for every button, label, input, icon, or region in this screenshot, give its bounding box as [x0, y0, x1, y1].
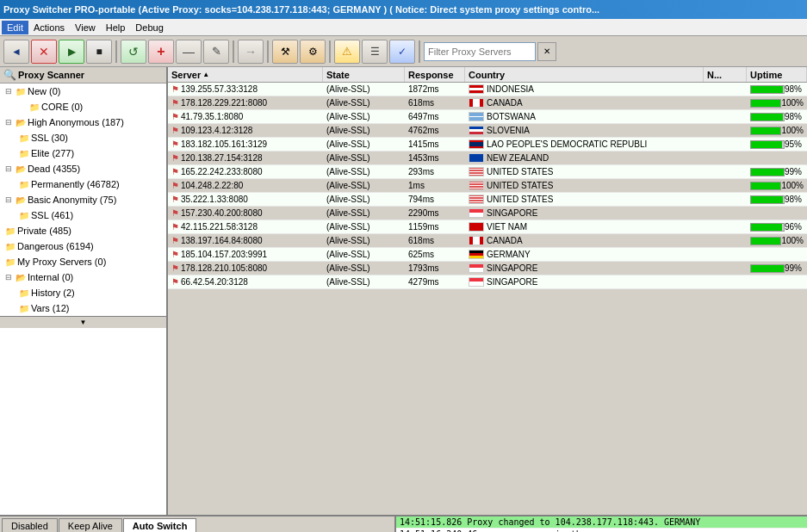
flag-icon [469, 139, 484, 149]
cell-response: 4279ms [405, 277, 465, 287]
filter-clear-btn[interactable]: ✕ [537, 42, 556, 61]
cell-server: ⚑ 139.255.57.33:3128 [168, 84, 323, 94]
tree-label-dang: Dangerous (6194) [17, 241, 165, 251]
table-row[interactable]: ⚑ 178.128.229.221:8080 (Alive-SSL) 618ms… [168, 96, 807, 110]
tree-item-internal[interactable]: ⊟ 📂 Internal (0) [0, 269, 166, 285]
tree-item-myproxy[interactable]: 📁 My Proxy Servers (0) [0, 254, 166, 269]
cell-response: 1453ms [405, 153, 465, 163]
cell-country: UNITED STATES [465, 167, 704, 176]
cell-country: VIET NAM [465, 222, 704, 232]
cell-response: 1415ms [405, 139, 465, 149]
menu-edit[interactable]: Edit [2, 21, 28, 34]
tree-item-elite[interactable]: 📁 Elite (277) [0, 145, 166, 161]
tree-scroll-down[interactable]: ▼ [0, 316, 166, 328]
tree-item-basic[interactable]: ⊟ 📂 Basic Anonymity (75) [0, 192, 166, 207]
cell-response: 618ms [405, 98, 465, 108]
toolbar-refresh-btn[interactable]: ↺ [121, 40, 146, 64]
cell-uptime: 100% [747, 126, 807, 135]
tab-disabled[interactable]: Disabled [2, 518, 58, 532]
tree-item-dead[interactable]: ⊟ 📂 Dead (4355) [0, 161, 166, 176]
table-row[interactable]: ⚑ 41.79.35.1:8080 (Alive-SSL) 6497ms BOT… [168, 110, 807, 124]
toolbar-back-btn[interactable]: ◄ [3, 40, 29, 64]
server-icon: ⚑ [171, 126, 179, 135]
refresh-icon: ↺ [128, 45, 139, 59]
folder-perm-icon: 📁 [17, 177, 31, 191]
upload-icon: → [245, 45, 257, 59]
folder-ssl2-icon: 📁 [17, 208, 31, 222]
expand-high: ⊟ [3, 118, 14, 127]
title-bar: Proxy Switcher PRO-portable (Active Prox… [0, 0, 807, 19]
table-row[interactable]: ⚑ 183.182.105.161:3129 (Alive-SSL) 1415m… [168, 138, 807, 152]
toolbar-tools1-btn[interactable]: ⚒ [272, 40, 298, 64]
toolbar-warning-btn[interactable]: ⚠ [334, 40, 360, 64]
tree-item-high-anon[interactable]: ⊟ 📂 High Anonymous (187) [0, 114, 166, 130]
cell-country: SINGAPORE [465, 263, 704, 273]
expand-internal: ⊟ [3, 273, 14, 281]
toolbar-play-btn[interactable]: ▶ [59, 40, 84, 64]
header-country[interactable]: Country [465, 67, 704, 82]
table-row[interactable]: ⚑ 138.197.164.84:8080 (Alive-SSL) 618ms … [168, 234, 807, 248]
tab-auto-switch[interactable]: Auto Switch [123, 518, 197, 532]
tab-keep-alive[interactable]: Keep Alive [59, 518, 122, 532]
title-text: Proxy Switcher PRO-portable (Active Prox… [3, 4, 599, 15]
toolbar-minus-btn[interactable]: — [176, 40, 202, 64]
toolbar-edit-btn[interactable]: ✎ [203, 40, 229, 64]
tree-item-ssl2[interactable]: 📁 SSL (461) [0, 207, 166, 223]
toolbar-upload-btn[interactable]: → [238, 40, 264, 64]
bottom-left: Disabled Keep Alive Auto Switch Auto Swi… [0, 517, 396, 532]
header-server[interactable]: Server▲ [168, 67, 323, 82]
cell-state: (Alive-SSL) [323, 277, 405, 287]
sep3 [267, 40, 269, 63]
tree-item-history[interactable]: 📁 History (2) [0, 285, 166, 300]
table-row[interactable]: ⚑ 35.222.1.33:8080 (Alive-SSL) 794ms UNI… [168, 193, 807, 207]
table-row[interactable]: ⚑ 109.123.4.12:3128 (Alive-SSL) 4762ms S… [168, 124, 807, 138]
menu-view[interactable]: View [70, 21, 101, 34]
tree-item-ssl[interactable]: 📁 SSL (30) [0, 130, 166, 145]
tree-item-core[interactable]: 📁 CORE (0) [0, 99, 166, 114]
cell-country: BOTSWANA [465, 112, 704, 121]
table-row[interactable]: ⚑ 185.104.157.203:9991 (Alive-SSL) 625ms… [168, 248, 807, 262]
toolbar-stop2-btn[interactable]: ■ [86, 40, 112, 64]
toolbar-add-btn[interactable]: + [148, 40, 174, 64]
table-row[interactable]: ⚑ 157.230.40.200:8080 (Alive-SSL) 2290ms… [168, 207, 807, 220]
table-row[interactable]: ⚑ 178.128.210.105:8080 (Alive-SSL) 1793m… [168, 262, 807, 275]
table-row[interactable]: ⚑ 66.42.54.20:3128 (Alive-SSL) 4279ms SI… [168, 275, 807, 289]
toolbar-stop-btn[interactable]: ✕ [31, 40, 57, 64]
tree-item-private[interactable]: 📁 Private (485) [0, 223, 166, 238]
back-icon: ◄ [11, 46, 22, 58]
cell-country: CANADA [465, 98, 704, 108]
server-icon: ⚑ [171, 222, 179, 232]
sep2 [233, 40, 234, 63]
folder-vars-icon: 📁 [17, 301, 31, 315]
cell-server: ⚑ 178.128.210.105:8080 [168, 263, 323, 273]
tree-label-private: Private (485) [17, 226, 165, 236]
menu-actions[interactable]: Actions [28, 21, 70, 34]
filter-input[interactable] [424, 42, 536, 61]
cell-country: CANADA [465, 236, 704, 245]
menu-debug[interactable]: Debug [130, 21, 168, 34]
cell-state: (Alive-SSL) [323, 208, 405, 218]
toolbar-check-btn[interactable]: ✓ [389, 40, 415, 64]
scroll-down-icon: ▼ [80, 319, 87, 326]
tree-label-history: History (2) [31, 288, 165, 298]
tree-item-new[interactable]: ⊟ 📁 New (0) [0, 84, 166, 99]
cell-response: 794ms [405, 195, 465, 204]
log-area: 14:51:15.826 Proxy changed to 104.238.17… [396, 517, 807, 532]
table-row[interactable]: ⚑ 165.22.242.233:8080 (Alive-SSL) 293ms … [168, 165, 807, 179]
header-state[interactable]: State [323, 67, 405, 82]
table-row[interactable]: ⚑ 104.248.2.22:80 (Alive-SSL) 1ms UNITED… [168, 179, 807, 193]
toolbar-list-btn[interactable]: ☰ [362, 40, 388, 64]
header-n[interactable]: N... [704, 67, 747, 82]
table-row[interactable]: ⚑ 139.255.57.33:3128 (Alive-SSL) 1872ms … [168, 83, 807, 96]
tree-item-dangerous[interactable]: 📁 Dangerous (6194) [0, 238, 166, 254]
table-row[interactable]: ⚑ 42.115.221.58:3128 (Alive-SSL) 1159ms … [168, 220, 807, 234]
header-uptime[interactable]: Uptime [747, 67, 807, 82]
tree-item-vars[interactable]: 📁 Vars (12) [0, 300, 166, 316]
cell-country: SINGAPORE [465, 277, 704, 287]
toolbar-tools2-btn[interactable]: ⚙ [300, 40, 326, 64]
menu-help[interactable]: Help [101, 21, 131, 34]
table-row[interactable]: ⚑ 120.138.27.154:3128 (Alive-SSL) 1453ms… [168, 152, 807, 165]
folder-int-icon: 📂 [14, 270, 28, 284]
header-response[interactable]: Response [405, 67, 465, 82]
tree-item-perm[interactable]: 📁 Permanently (46782) [0, 176, 166, 192]
